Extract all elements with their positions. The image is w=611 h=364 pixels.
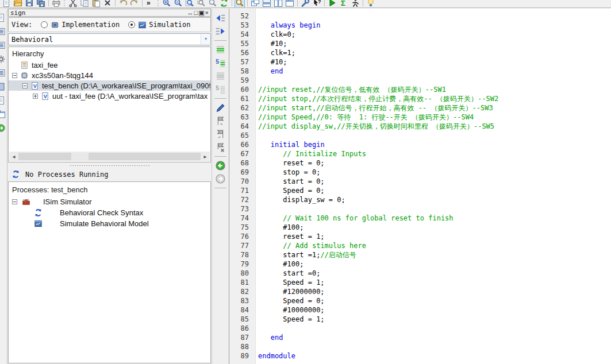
new-panel-icon[interactable] xyxy=(0,13,6,22)
code-line: 72 display_sw = 0; xyxy=(230,195,611,204)
zoom-full-view-icon[interactable] xyxy=(185,0,194,7)
code-text: Speed = 1; xyxy=(255,278,325,287)
line-number: 67 xyxy=(230,149,255,158)
next-bookmark-icon[interactable] xyxy=(215,115,226,126)
svg-text:Σ: Σ xyxy=(341,0,345,7)
settings-wrench-icon[interactable] xyxy=(301,0,310,7)
scrollbar-track[interactable] xyxy=(18,153,201,160)
green-arrow-icon[interactable] xyxy=(0,123,6,133)
design-panel: sign ↔□▣× View: Implementation Simulatio… xyxy=(8,9,211,364)
scroll-left-arrow[interactable]: ◂ xyxy=(9,153,18,160)
back-icon[interactable] xyxy=(215,160,226,171)
refresh-icon[interactable] xyxy=(220,0,229,7)
hierarchy-horizontal-scrollbar[interactable]: ◂ ▸ xyxy=(9,152,210,161)
goto-prev-icon[interactable] xyxy=(215,13,226,24)
console-window-icon[interactable] xyxy=(0,110,6,119)
save-all-icon[interactable] xyxy=(36,0,45,7)
implementation-radio[interactable] xyxy=(41,21,48,28)
list-panel3-icon[interactable] xyxy=(0,68,6,78)
restore-button[interactable]: ▣ xyxy=(198,9,204,16)
file-page-icon[interactable] xyxy=(0,96,6,105)
hierarchy-tree-row[interactable]: Vuut - taxi_fee (D:\A_workarea\ISE_progr… xyxy=(9,91,210,101)
simulation-radio[interactable] xyxy=(128,21,135,28)
panel-splitter[interactable] xyxy=(8,164,211,167)
code-line: 73 xyxy=(230,204,611,214)
hierarchy-tree-row[interactable]: xc3s50an-5tqg144 xyxy=(9,70,210,80)
hierarchy-tree-row[interactable]: taxi_fee xyxy=(9,60,210,70)
zoom-in-icon[interactable] xyxy=(162,0,171,7)
chevron-down-icon[interactable]: ▾ xyxy=(201,34,210,44)
copy-icon[interactable] xyxy=(80,0,89,7)
code-line: 64//input display_sw,//开关切换，切换时间和里程 （拨码开… xyxy=(230,122,611,131)
moduledoc-icon xyxy=(20,61,29,69)
goto-next-icon[interactable] xyxy=(215,26,226,37)
forward-icon[interactable] xyxy=(215,173,226,184)
run-specified-time-icon[interactable]: Σ xyxy=(339,0,348,7)
zoom-box-icon[interactable] xyxy=(197,0,206,7)
toggle-bookmark-icon[interactable] xyxy=(215,102,226,113)
clear-bookmarks-icon[interactable] xyxy=(215,142,226,153)
line-number: 74 xyxy=(230,214,255,223)
process-row[interactable]: Behavioral Check Syntax xyxy=(9,207,210,218)
save-icon[interactable] xyxy=(25,0,34,7)
code-line: 66 initial begin xyxy=(230,140,611,149)
find-icon[interactable] xyxy=(235,0,244,7)
code-text: #10000000; xyxy=(255,305,325,315)
toolbar-separator xyxy=(363,0,363,6)
undo-icon[interactable] xyxy=(118,0,128,7)
highlight-lines-icon[interactable] xyxy=(215,44,226,55)
lightbulb-tip-icon[interactable] xyxy=(366,0,375,7)
list-panel-icon[interactable] xyxy=(0,27,6,36)
line-number: 88 xyxy=(230,342,255,351)
tree-expander-minus[interactable] xyxy=(12,73,17,78)
cut-icon[interactable] xyxy=(68,0,78,7)
undock-button[interactable]: ↔ xyxy=(187,9,194,16)
run-icon[interactable] xyxy=(328,0,337,7)
verilog-icon: V xyxy=(30,82,39,90)
redo-icon[interactable] xyxy=(130,0,139,7)
tree-expander-plus[interactable] xyxy=(33,94,38,99)
cascade-windows-icon[interactable] xyxy=(251,0,260,7)
code-text: #12000000; xyxy=(255,287,325,296)
toolbar-separator xyxy=(214,188,226,188)
code-text: clk=0; xyxy=(255,30,295,39)
toolbar-overflow-icon[interactable]: » xyxy=(145,0,155,7)
tree-expander-minus[interactable] xyxy=(12,199,17,204)
tabbed-windows-icon[interactable] xyxy=(285,0,294,7)
code-editor[interactable]: 5253 always begin54 clk=0;55 #10;56 clk=… xyxy=(230,9,611,364)
list-panel2-icon[interactable] xyxy=(0,41,6,50)
line-number: 85 xyxy=(230,315,255,324)
code-line: 54 clk=0; xyxy=(230,30,611,39)
paste-icon[interactable] xyxy=(91,0,101,7)
process-row[interactable]: Simulate Behavioral Model xyxy=(9,218,210,229)
hierarchy-tree-row[interactable]: Vtest_bench (D:\A_workarea\ISE_program\t… xyxy=(9,80,210,91)
zoom-prev-icon[interactable] xyxy=(208,0,217,7)
new-file-icon[interactable] xyxy=(2,0,11,7)
run-all-icon[interactable] xyxy=(351,0,360,7)
tile-vertical-icon[interactable] xyxy=(274,0,283,7)
open-project-icon[interactable] xyxy=(13,0,22,7)
code-line: 84 #10000000; xyxy=(230,305,611,315)
svg-text:V: V xyxy=(44,94,48,99)
library-book-icon[interactable] xyxy=(0,82,6,91)
tile-horizontal-icon[interactable] xyxy=(262,0,271,7)
delete-icon[interactable] xyxy=(103,0,112,7)
prev-bookmark-icon[interactable] xyxy=(215,129,226,140)
maximize-button[interactable]: □ xyxy=(194,9,198,16)
line-number: 68 xyxy=(230,158,255,168)
print-icon[interactable] xyxy=(52,0,61,7)
scrollbar-thumb[interactable] xyxy=(71,153,89,160)
whats-this-help-icon[interactable]: ? xyxy=(312,0,321,7)
process-row[interactable]: ISim Simulator xyxy=(9,196,210,207)
options-gear-icon[interactable] xyxy=(0,55,6,64)
scroll-right-arrow[interactable]: ▸ xyxy=(201,153,210,160)
undo-highlight-gray-icon[interactable]: 5 xyxy=(215,84,226,95)
highlight-lines-gray-icon[interactable] xyxy=(215,71,226,82)
toolbar-separator xyxy=(214,98,226,99)
zoom-out-icon[interactable] xyxy=(174,0,183,7)
code-line: 83 Speed = 0; xyxy=(230,296,611,305)
undo-highlight-icon[interactable]: 5 xyxy=(215,57,226,68)
simulation-mode-combobox[interactable]: Behavioral ▾ xyxy=(8,33,211,45)
tree-expander-minus[interactable] xyxy=(22,83,28,88)
close-button[interactable]: × xyxy=(205,9,209,16)
